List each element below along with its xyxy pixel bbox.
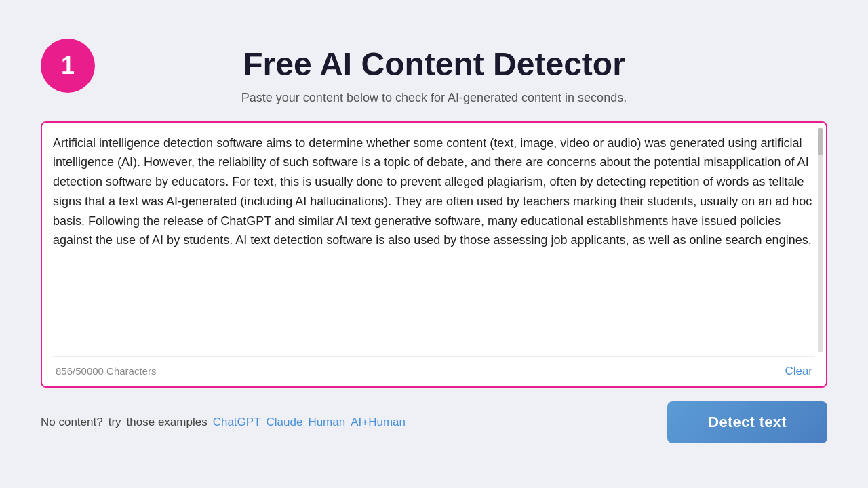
those-examples-text: those examples bbox=[127, 415, 208, 429]
examples-section: No content? try those examples ChatGPT C… bbox=[41, 415, 406, 429]
example-link-chatgpt[interactable]: ChatGPT bbox=[213, 415, 261, 429]
step-badge: 1 bbox=[41, 39, 95, 93]
try-text: try bbox=[108, 415, 121, 429]
page-wrapper: 1 Free AI Content Detector Paste your co… bbox=[27, 45, 841, 443]
clear-button[interactable]: Clear bbox=[785, 365, 812, 378]
detect-button[interactable]: Detect text bbox=[667, 401, 827, 443]
char-count: 856/50000 Characters bbox=[56, 365, 156, 377]
page-title: Free AI Content Detector bbox=[243, 45, 625, 83]
content-input[interactable] bbox=[53, 134, 815, 350]
header-section: 1 Free AI Content Detector Paste your co… bbox=[27, 45, 841, 105]
step-number: 1 bbox=[61, 52, 75, 80]
scrollbar-track bbox=[818, 128, 823, 352]
example-link-human[interactable]: Human bbox=[308, 415, 345, 429]
example-link-claude[interactable]: Claude bbox=[267, 415, 303, 429]
example-link-ai-human[interactable]: AI+Human bbox=[351, 415, 406, 429]
bottom-bar: No content? try those examples ChatGPT C… bbox=[41, 401, 827, 443]
textarea-footer: 856/50000 Characters Clear bbox=[53, 356, 815, 386]
no-content-text: No content? bbox=[41, 415, 103, 429]
scrollbar-thumb bbox=[818, 128, 823, 155]
page-subtitle: Paste your content below to check for AI… bbox=[241, 91, 627, 105]
input-container: 856/50000 Characters Clear bbox=[41, 121, 827, 388]
